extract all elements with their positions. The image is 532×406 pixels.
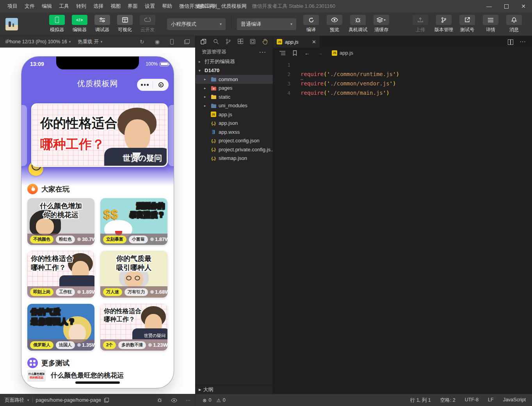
- bookmark-icon[interactable]: [293, 50, 297, 56]
- hero-banner[interactable]: 你的性格适合 哪种工作？ 世贤の疑问: [31, 103, 168, 167]
- breadcrumb[interactable]: JS app.js: [332, 50, 353, 56]
- project-root-row[interactable]: ▾ D1470: [196, 66, 273, 75]
- option-tag[interactable]: 小富翁: [129, 236, 148, 243]
- problems-indicator[interactable]: ⊗ 0 ⚠ 0: [195, 394, 233, 406]
- menu-file[interactable]: 文件: [21, 3, 38, 10]
- close-tab-icon[interactable]: ✕: [312, 39, 316, 45]
- folder-row-static[interactable]: ▸ static: [196, 92, 273, 101]
- option-tag[interactable]: 万有引力: [125, 288, 148, 296]
- navigate-back-icon[interactable]: ←: [304, 50, 310, 56]
- quiz-card[interactable]: 你的性格适合 哪种工作？ 即刻上岗 工作狂 1.89W: [27, 251, 94, 298]
- split-editor-icon[interactable]: [508, 39, 513, 44]
- menu-view[interactable]: 视图: [107, 3, 124, 10]
- option-tag[interactable]: 2个: [103, 341, 116, 349]
- menu-select[interactable]: 选择: [90, 3, 107, 10]
- explorer-more-actions[interactable]: ···: [260, 50, 267, 55]
- menu-interface[interactable]: 界面: [124, 3, 141, 10]
- simulator-toggle-button[interactable]: 模拟器: [48, 15, 66, 33]
- menu-help[interactable]: 帮助: [158, 3, 176, 10]
- editor-more-actions[interactable]: ···: [520, 38, 526, 45]
- quiz-card[interactable]: 你的气质 最像哪国人？ 俄罗斯人 法国人 1.35W: [27, 304, 94, 351]
- maximize-button[interactable]: [498, 0, 515, 12]
- page-path-value[interactable]: pages/home-page/home-page: [36, 397, 101, 403]
- more-item-title[interactable]: 什么颜色最旺您的桃花运: [51, 371, 124, 380]
- folder-row-uni-modules[interactable]: ▸ uni_modules: [196, 101, 273, 110]
- search-icon[interactable]: [213, 39, 219, 44]
- compile-mode-select[interactable]: 普通编译 ▾: [237, 18, 296, 30]
- option-tag[interactable]: 法国人: [56, 341, 75, 349]
- menu-wechat-devtools[interactable]: 微信开发者工具: [176, 3, 218, 10]
- option-tag[interactable]: 立刻暴富: [103, 236, 126, 243]
- hand-tool-icon[interactable]: [262, 39, 268, 44]
- file-row-project-config[interactable]: {..} project.config.json: [196, 137, 273, 145]
- indentation[interactable]: 空格: 2: [440, 397, 455, 404]
- restart-icon[interactable]: ↻: [140, 39, 144, 44]
- cloud-dev-button[interactable]: 云开发: [138, 15, 157, 33]
- language-mode[interactable]: JavaScript: [503, 397, 526, 404]
- folder-row-common[interactable]: ▸ common: [196, 75, 273, 84]
- device-debug-button[interactable]: 真机调试: [349, 15, 367, 33]
- option-tag[interactable]: 多的数不清: [118, 341, 146, 349]
- option-tag[interactable]: 即刻上岗: [30, 288, 53, 296]
- folder-row-pages[interactable]: ▸ pages: [196, 84, 273, 93]
- mode-select[interactable]: 小程序模式 ▾: [167, 18, 226, 30]
- messages-button[interactable]: 消息: [505, 15, 523, 33]
- clear-cache-button[interactable]: 清缓存: [372, 15, 391, 33]
- more-actions[interactable]: ···: [186, 397, 191, 403]
- menu-edit[interactable]: 编辑: [38, 3, 55, 10]
- eol-sequence[interactable]: LF: [488, 397, 494, 404]
- hot-reload-toggle[interactable]: 热重载 开 ▾: [78, 39, 102, 45]
- compile-button[interactable]: 编译: [302, 15, 320, 33]
- device-select[interactable]: iPhone 12/13 (Pro) 100% 16 ▾: [5, 39, 71, 44]
- file-row-app-json[interactable]: {..} app.json: [196, 119, 273, 128]
- file-row-project-private-config[interactable]: {..} project.private.config.js...: [196, 145, 273, 154]
- quiz-card[interactable]: $$ 测测你的 暴富潜质？ 立刻暴富 小富翁 1.87W: [100, 198, 167, 245]
- minimize-button[interactable]: —: [480, 0, 498, 12]
- close-button[interactable]: ✕: [515, 0, 532, 12]
- more-menu-button[interactable]: [137, 84, 153, 86]
- cursor-position[interactable]: 行 1, 列 1: [410, 397, 431, 404]
- option-tag[interactable]: 不挑颜色: [30, 236, 53, 243]
- outline-section[interactable]: ▸ 大纲: [196, 385, 273, 394]
- file-row-app-js[interactable]: JS app.js: [196, 110, 273, 119]
- preview-button[interactable]: 预览: [325, 15, 344, 33]
- widget-icon[interactable]: [250, 39, 256, 44]
- banner-next-slide[interactable]: [168, 105, 174, 166]
- device-frame-icon[interactable]: [170, 39, 174, 44]
- eye-icon[interactable]: [171, 398, 177, 402]
- menu-settings[interactable]: 设置: [141, 3, 158, 10]
- option-tag[interactable]: 俄罗斯人: [30, 341, 53, 349]
- extensions-icon[interactable]: [238, 39, 244, 44]
- menu-goto[interactable]: 转到: [73, 3, 90, 10]
- bug-icon[interactable]: [157, 397, 162, 403]
- code-editor[interactable]: 1 2 require('./common/runtime.js') 3 req…: [273, 58, 532, 394]
- stop-icon[interactable]: ◉: [155, 39, 160, 44]
- menu-project[interactable]: 项目: [4, 3, 21, 10]
- option-tag[interactable]: 万人迷: [103, 288, 122, 296]
- test-account-button[interactable]: 测试号: [458, 15, 477, 33]
- user-avatar[interactable]: [5, 18, 18, 30]
- tab-app-js[interactable]: JS app.js ✕: [273, 36, 320, 48]
- menu-tools[interactable]: 工具: [55, 3, 73, 10]
- navigate-forward-icon[interactable]: →: [317, 50, 323, 56]
- open-editors-row[interactable]: ▸ 打开的编辑器: [196, 57, 273, 66]
- source-control-icon[interactable]: [226, 39, 231, 44]
- files-icon[interactable]: [201, 39, 206, 44]
- copy-path-icon[interactable]: [104, 398, 109, 402]
- debugger-toggle-button[interactable]: 调试器: [93, 15, 112, 33]
- visualization-toggle-button[interactable]: 可视化: [116, 15, 134, 33]
- close-miniapp-button[interactable]: [153, 82, 169, 87]
- version-control-button[interactable]: 版本管理: [434, 15, 453, 33]
- page-path-label[interactable]: 页面路径: [5, 397, 24, 404]
- upload-button[interactable]: 上传: [411, 15, 430, 33]
- banner-prev-slide[interactable]: [21, 105, 27, 166]
- file-row-sitemap-json[interactable]: {..} sitemap.json: [196, 154, 273, 163]
- quiz-card[interactable]: 你的气质最 吸引哪种人 万人迷 万有引力 1.68W: [100, 251, 167, 298]
- details-button[interactable]: 详情: [481, 15, 500, 33]
- editor-toggle-button[interactable]: </> 编辑器: [70, 15, 89, 33]
- encoding[interactable]: UTF-8: [465, 397, 479, 404]
- option-tag[interactable]: 粉红色: [56, 236, 75, 243]
- option-tag[interactable]: 工作狂: [56, 288, 75, 296]
- outline-list-icon[interactable]: [279, 51, 285, 55]
- file-row-app-wxss[interactable]: ∃ app.wxss: [196, 128, 273, 137]
